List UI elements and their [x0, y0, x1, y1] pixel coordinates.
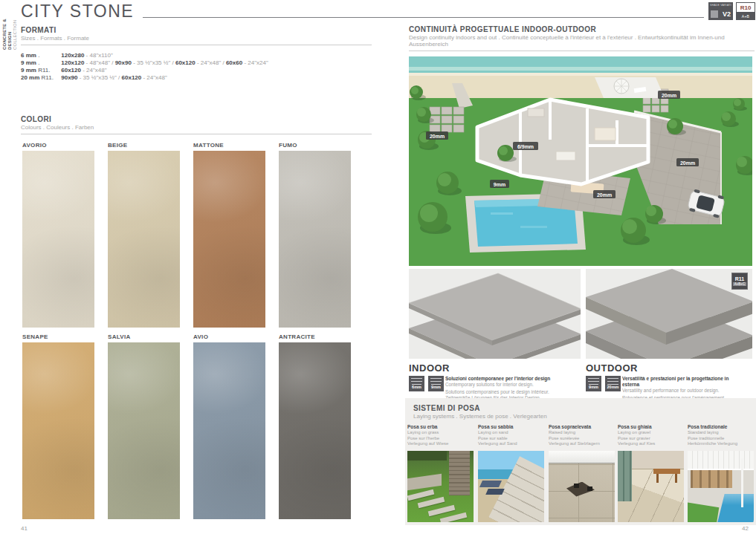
thickness: 20 mm	[21, 74, 39, 81]
outdoor-heading: OUTDOOR	[586, 362, 638, 374]
swatch-fumo: FUMO	[279, 142, 351, 328]
thickness-badge-9mm: 9mm	[586, 376, 601, 391]
laying-system-tradizionale: Posa tradizionale Standard laying Pose t…	[688, 424, 755, 522]
label-interior: 6/9mm	[517, 144, 534, 149]
swatch-label: SENAPE	[22, 333, 94, 340]
slip-rating-badge: R10 A+B	[736, 2, 755, 20]
outdoor-text-en: Versatility and performance for outdoor …	[622, 388, 734, 394]
collection-name: CONCRETE & DESIGN	[2, 2, 13, 50]
shade-variation-badge: SHADE VARIATION V2	[708, 2, 733, 20]
swatch-tile	[22, 151, 94, 328]
swatch-label: SALVIA	[108, 333, 180, 340]
indoor-slab-image	[409, 269, 581, 359]
outdoor-text-it: Versatilità e prestazioni per la progett…	[622, 376, 734, 388]
label-courtyard: 20mm	[680, 160, 695, 166]
rating: R11.	[38, 67, 50, 74]
format-row: 9 mm . 120x12048"x48"90x9035 ½"x35 ½"60x…	[21, 59, 372, 67]
swatch-tile	[108, 151, 180, 328]
size: 60x6024"x24"	[221, 59, 268, 66]
system-title: Posa tradizionale	[688, 424, 755, 430]
sofa	[556, 152, 575, 160]
thickness: 9 mm	[21, 59, 36, 66]
dining-table	[528, 108, 544, 117]
laying-system-sopraelevata: Posa sopraelevata Raised laying Pose sur…	[549, 424, 616, 522]
system-title: Posa su ghiaia	[618, 424, 685, 430]
swatch-row: AVORIO BEIGE MATTONE FUMO	[22, 142, 351, 328]
laying-system-ghiaia: Posa su ghiaia Laying on gravel Pose sur…	[618, 424, 685, 522]
r11-value: R11	[735, 276, 744, 281]
title-rule	[143, 17, 704, 18]
rating: R11.	[42, 74, 54, 81]
sea	[409, 56, 752, 74]
continuity-subtitle: Design continuity indoors and out . Cont…	[409, 34, 755, 48]
thickness-badge-9mm: 9mm	[428, 376, 444, 391]
size: 60x12024"x48"	[117, 74, 167, 81]
swatch-tile	[108, 342, 180, 519]
size: 60x12024"x48"	[61, 67, 106, 74]
continuity-rule	[409, 51, 755, 51]
r11-classes: A+B+C	[733, 282, 747, 287]
indoor-text-it: Soluzioni contemporanee per l'interior d…	[445, 376, 557, 382]
photo-posa-sopraelevata	[549, 451, 615, 522]
swatch-tile	[279, 151, 351, 328]
swatch-avio: AVIO	[193, 333, 265, 519]
umbrella	[614, 79, 629, 94]
r11-badge: R11 A+B+C	[731, 273, 748, 290]
photo-posa-su-erba	[407, 451, 474, 522]
continuity-heading: CONTINUITÀ PROGETTUALE INDOOR-OUTDOOR	[409, 25, 755, 33]
thickness-badge-20mm: 20mm	[605, 376, 621, 391]
shade-value: V2	[723, 10, 731, 18]
page-title-row: CITY STONE	[21, 2, 704, 20]
swatch-tile	[22, 342, 94, 519]
page-number-left: 41	[21, 525, 28, 532]
swatch-label: AVORIO	[22, 142, 94, 149]
page-number-right: 42	[742, 525, 749, 532]
continuity-section-header: CONTINUITÀ PROGETTUALE INDOOR-OUTDOOR De…	[409, 25, 755, 51]
format-row: 20 mm R11. 90x9035 ½"x35 ½"60x12024"x48"	[21, 74, 372, 82]
swatch-salvia: SALVIA	[108, 333, 180, 519]
photo-posa-su-sabbia	[478, 451, 544, 522]
shade-caption: SHADE VARIATION	[710, 4, 731, 7]
swatch-tile	[279, 342, 351, 519]
swatch-beige: BEIGE	[108, 142, 180, 328]
size: 90x9035 ½"x35 ½"	[110, 59, 170, 66]
rating: .	[38, 59, 39, 66]
collection-label: COLLECTION	[13, 2, 18, 50]
swatch-tile	[193, 342, 265, 519]
label-beach: 20mm	[662, 93, 676, 98]
left-tile-grid	[430, 107, 464, 132]
colori-heading: COLORI	[21, 115, 372, 123]
outdoor-slabs	[586, 269, 752, 359]
page-title: CITY STONE	[21, 2, 134, 20]
outdoor-slab-image: R11 A+B+C	[586, 269, 752, 359]
label-patio: 20mm	[597, 192, 612, 198]
swatch-senape: SENAPE	[22, 333, 94, 519]
swatch-mattone: MATTONE	[193, 142, 265, 328]
collection-vertical-tag: CONCRETE & DESIGN COLLECTION	[2, 2, 18, 50]
size: 60x12024"x48"	[170, 59, 221, 66]
system-title: Posa su erba	[407, 424, 474, 430]
bed	[595, 128, 616, 140]
label-left-path: 20mm	[430, 134, 445, 139]
size: 120x28048"x110"	[61, 52, 113, 59]
swatch-label: FUMO	[279, 142, 351, 149]
formati-heading: FORMATI	[21, 26, 372, 34]
format-row: 9 mm R11. 60x12024"x48"	[21, 67, 372, 74]
colori-rule	[21, 134, 372, 134]
indoor-text-fr: Solutions contemporaines pour le design …	[445, 389, 557, 395]
swatch-label: AVIO	[193, 333, 265, 340]
slip-value: R10	[737, 3, 755, 13]
thickness-badge-6mm: 6mm	[409, 376, 424, 391]
photo-posa-su-ghiaia	[618, 451, 684, 522]
swatch-label: BEIGE	[108, 142, 180, 149]
swatch-antracite: ANTRACITE	[279, 333, 351, 519]
size: 120x12048"x48"	[61, 59, 110, 66]
swatch-label: MATTONE	[193, 142, 265, 149]
label-pool-terrace: 9mm	[494, 182, 505, 187]
swatch-label: ANTRACITE	[279, 333, 351, 340]
colori-subtitle: Colours . Couleurs . Farben	[21, 124, 372, 131]
indoor-thickness-badges: 6mm 9mm	[409, 376, 444, 391]
indoor-text: Soluzioni contemporanee per l'interior d…	[445, 376, 557, 401]
thickness: 6 mm	[21, 52, 36, 59]
thickness: 9 mm	[21, 67, 36, 74]
